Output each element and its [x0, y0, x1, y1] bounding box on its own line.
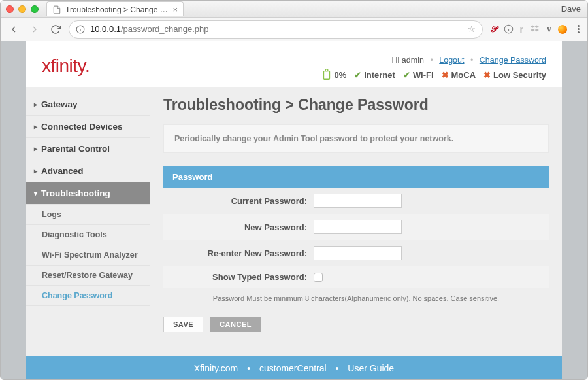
svg-rect-7 [326, 69, 329, 71]
sidebar-sub-reset-restore[interactable]: Reset/Restore Gateway [26, 266, 150, 286]
logout-link[interactable]: Logout [439, 56, 464, 65]
sidebar-sub-logs[interactable]: Logs [26, 205, 150, 225]
page-icon [52, 5, 61, 14]
footer: Xfinity.com • customerCentral • User Gui… [26, 356, 562, 380]
separator: • [470, 56, 473, 65]
caret-right-icon: ▸ [34, 123, 37, 130]
page-header: xfinity Hi admin • Logout • Change Passw… [26, 41, 562, 87]
titlebar: Troubleshooting > Change Pas × Dave [1, 1, 587, 18]
browser-menu-button[interactable] [575, 25, 582, 33]
dropbox-icon[interactable] [530, 24, 540, 35]
row-current-password: Current Password: [163, 188, 549, 214]
forward-button[interactable] [27, 22, 42, 37]
label-new-password: New Password: [163, 222, 314, 232]
browser-window: Troubleshooting > Change Pas × Dave 10.0… [0, 0, 588, 380]
sidebar-sub-change-password[interactable]: Change Password [26, 286, 150, 306]
header-right: Hi admin • Logout • Change Password 0% ✔… [322, 56, 546, 80]
caret-down-icon: ▾ [34, 190, 37, 197]
page-body: ▸Gateway ▸Connected Devices ▸Parental Co… [26, 87, 562, 356]
panel-header: Password [163, 166, 549, 188]
internet-status: ✔Internet [354, 70, 395, 80]
sidebar-item-connected-devices[interactable]: ▸Connected Devices [26, 116, 150, 138]
v-extension-icon[interactable]: v [547, 24, 551, 35]
caret-right-icon: ▸ [34, 101, 37, 108]
sidebar-item-troubleshooting[interactable]: ▾Troubleshooting [26, 182, 150, 205]
r-extension-icon[interactable]: r [520, 24, 523, 35]
url-path: /password_change.php [121, 24, 208, 34]
caret-right-icon: ▸ [34, 145, 37, 152]
label-show-typed: Show Typed Password: [163, 272, 314, 282]
user-line: Hi admin • Logout • Change Password [322, 56, 546, 65]
battery-pct: 0% [334, 70, 346, 80]
footer-link-xfinity[interactable]: Xfinity.com [194, 363, 238, 373]
info-extension-icon[interactable] [504, 24, 514, 34]
password-panel: Password Current Password: New Password:… [163, 166, 549, 305]
row-show-typed: Show Typed Password: [163, 266, 549, 288]
tab-close-icon[interactable]: × [172, 5, 178, 14]
sidebar-item-advanced[interactable]: ▸Advanced [26, 160, 150, 182]
label-reenter-password: Re-enter New Password: [163, 249, 314, 258]
maximize-window-button[interactable] [31, 5, 39, 13]
new-password-input[interactable] [314, 220, 402, 234]
cancel-button[interactable]: CANCEL [210, 317, 261, 332]
page: xfinity Hi admin • Logout • Change Passw… [26, 41, 562, 380]
page-viewport: xfinity Hi admin • Logout • Change Passw… [1, 41, 587, 380]
footer-link-customercentral[interactable]: customerCentral [259, 363, 327, 373]
pinterest-icon[interactable]: 𝒫 [491, 24, 497, 35]
change-password-link[interactable]: Change Password [480, 56, 546, 65]
sidebar-item-gateway[interactable]: ▸Gateway [26, 94, 150, 116]
show-typed-checkbox[interactable] [314, 273, 323, 282]
save-button[interactable]: SAVE [163, 317, 203, 332]
xfinity-logo[interactable]: xfinity [42, 56, 90, 77]
orange-extension-icon[interactable] [558, 25, 567, 34]
label-current-password: Current Password: [163, 196, 314, 206]
separator: • [336, 363, 339, 373]
reload-button[interactable] [48, 22, 63, 37]
close-window-button[interactable] [6, 5, 14, 13]
footer-link-userguide[interactable]: User Guide [348, 363, 394, 373]
address-bar[interactable]: 10.0.0.1/password_change.php ☆ [69, 20, 483, 39]
row-new-password: New Password: [163, 214, 549, 240]
x-icon: ✖ [483, 70, 491, 80]
svg-rect-6 [324, 71, 330, 80]
minimize-window-button[interactable] [18, 5, 26, 13]
greeting-text: Hi admin [392, 56, 424, 65]
notice-banner: Periodically change your Admin Tool pass… [163, 124, 549, 153]
bookmark-star-icon[interactable]: ☆ [468, 24, 476, 34]
sidebar-sub-diagnostic-tools[interactable]: Diagnostic Tools [26, 225, 150, 245]
moca-status: ✖MoCA [442, 70, 476, 80]
battery-status: 0% [322, 69, 346, 80]
check-icon: ✔ [354, 70, 361, 80]
url-host: 10.0.0.1 [90, 24, 121, 34]
separator: • [247, 363, 250, 373]
current-password-input[interactable] [314, 194, 402, 208]
sidebar-sub-wifi-spectrum[interactable]: Wi-Fi Spectrum Analyzer [26, 245, 150, 266]
extension-icons: 𝒫 r v [488, 24, 570, 35]
browser-tab[interactable]: Troubleshooting > Change Pas × [46, 1, 184, 16]
tab-title: Troubleshooting > Change Pas [65, 5, 169, 14]
profile-name[interactable]: Dave [561, 4, 581, 14]
reenter-password-input[interactable] [314, 246, 402, 260]
form-actions: SAVE CANCEL [163, 317, 549, 332]
security-status: ✖Low Security [483, 70, 546, 80]
wifi-status: ✔Wi-Fi [403, 70, 434, 80]
back-button[interactable] [6, 22, 22, 37]
separator: • [430, 56, 433, 65]
password-hint: Password Must be minimum 8 characters(Al… [163, 288, 549, 305]
status-line: 0% ✔Internet ✔Wi-Fi ✖MoCA ✖Low Security [322, 69, 546, 80]
content: Troubleshooting > Change Password Period… [150, 87, 562, 356]
window-controls [6, 5, 39, 13]
check-icon: ✔ [403, 70, 410, 80]
site-info-icon[interactable] [76, 25, 85, 34]
row-reenter-password: Re-enter New Password: [163, 240, 549, 266]
browser-toolbar: 10.0.0.1/password_change.php ☆ 𝒫 r v [1, 18, 587, 41]
page-title: Troubleshooting > Change Password [163, 96, 549, 114]
sidebar: ▸Gateway ▸Connected Devices ▸Parental Co… [26, 87, 150, 356]
caret-right-icon: ▸ [34, 167, 37, 175]
battery-icon [322, 69, 331, 80]
sidebar-item-parental-control[interactable]: ▸Parental Control [26, 138, 150, 160]
x-icon: ✖ [442, 70, 449, 80]
